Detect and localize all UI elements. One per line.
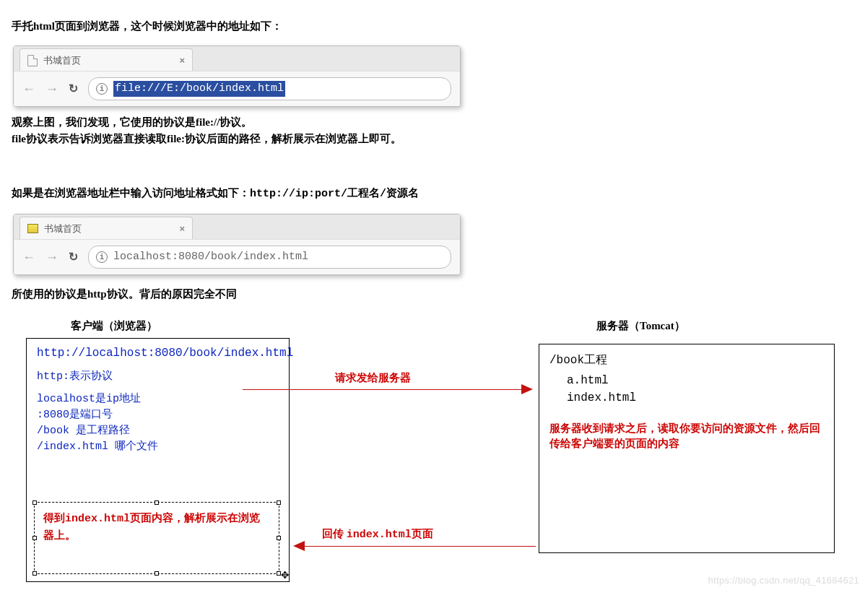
- url-text: file:///E:/book/index.html: [113, 81, 285, 97]
- path-line: /book 是工程路径: [37, 423, 279, 439]
- intro-text-1: 手托html页面到浏览器，这个时候浏览器中的地址如下：: [12, 18, 853, 35]
- file-line: /index.html 哪个文件: [37, 439, 279, 455]
- browser-tab[interactable]: 书城首页 ×: [19, 217, 193, 239]
- result-text: 得到index.html页面内容，解析展示在浏览器上。: [43, 510, 270, 544]
- proto-line: http:表示协议: [37, 369, 279, 385]
- nav-toolbar: ← → ↻ i localhost:8080/book/index.html: [14, 239, 460, 275]
- port-line: :8080是端口号: [37, 407, 279, 423]
- observation-1: 观察上图，我们发现，它使用的协议是file://协议。: [12, 114, 853, 131]
- back-icon[interactable]: ←: [22, 251, 35, 264]
- server-title: 服务器（Tomcat）: [596, 318, 685, 334]
- server-project: /book工程: [549, 352, 824, 369]
- server-box: /book工程 a.html index.html 服务器收到请求之后，读取你要…: [539, 344, 835, 553]
- response-label: 回传 index.html页面: [322, 526, 433, 544]
- client-url: http://localhost:8080/book/index.html: [37, 344, 279, 362]
- browser-tab[interactable]: 书城首页 ×: [19, 48, 193, 71]
- tab-bar: 书城首页 ×: [14, 46, 460, 71]
- address-bar[interactable]: i localhost:8080/book/index.html: [88, 246, 451, 269]
- ip-line: localhost是ip地址: [37, 391, 279, 407]
- watermark: https://blog.csdn.net/qq_41684621: [708, 573, 859, 588]
- reload-icon[interactable]: ↻: [69, 80, 78, 97]
- back-icon[interactable]: ←: [22, 82, 35, 95]
- close-icon[interactable]: ×: [179, 53, 185, 68]
- info-icon[interactable]: i: [96, 83, 108, 95]
- intro-text-2: 如果是在浏览器地址栏中输入访问地址格式如下：http://ip:port/工程名…: [12, 185, 853, 203]
- tab-title: 书城首页: [43, 53, 81, 68]
- url-text: localhost:8080/book/index.html: [113, 249, 308, 266]
- tab-bar: 书城首页 ×: [14, 214, 460, 239]
- nav-toolbar: ← → ↻ i file:///E:/book/index.html: [14, 71, 460, 107]
- request-label: 请求发给服务器: [335, 370, 411, 386]
- document-icon: [27, 55, 38, 66]
- browser-window-1: 书城首页 × ← → ↻ i file:///E:/book/index.htm…: [13, 45, 461, 108]
- forward-icon[interactable]: →: [45, 251, 58, 264]
- image-icon: [27, 224, 38, 233]
- reload-icon[interactable]: ↻: [69, 248, 78, 266]
- result-box: 得到index.html页面内容，解析展示在浏览器上。 ✥: [34, 502, 279, 574]
- request-arrow: [243, 389, 523, 390]
- forward-icon[interactable]: →: [45, 82, 58, 95]
- arrow-right-icon: [521, 384, 533, 394]
- response-arrow: [305, 546, 536, 547]
- server-note: 服务器收到请求之后，读取你要访问的资源文件，然后回传给客户端要的页面的内容: [549, 421, 824, 453]
- info-icon[interactable]: i: [96, 251, 108, 263]
- browser-window-2: 书城首页 × ← → ↻ i localhost:8080/book/index…: [13, 214, 461, 276]
- arrow-left-icon: [293, 541, 305, 551]
- close-icon[interactable]: ×: [179, 222, 185, 236]
- server-file-a: a.html: [567, 372, 824, 389]
- resize-cursor-icon: ✥: [281, 564, 289, 584]
- tab-title: 书城首页: [44, 222, 82, 236]
- client-box: http://localhost:8080/book/index.html ht…: [26, 338, 290, 582]
- observation-2: file协议表示告诉浏览器直接读取file:协议后面的路径，解析展示在浏览器上即…: [12, 131, 853, 147]
- observation-3: 所使用的协议是http协议。背后的原因完全不同: [12, 286, 853, 303]
- server-file-index: index.html: [567, 389, 824, 407]
- address-bar[interactable]: i file:///E:/book/index.html: [88, 77, 451, 101]
- client-title: 客户端（浏览器）: [71, 318, 157, 334]
- client-server-diagram: 客户端（浏览器） 服务器（Tomcat） http://localhost:80…: [12, 313, 856, 581]
